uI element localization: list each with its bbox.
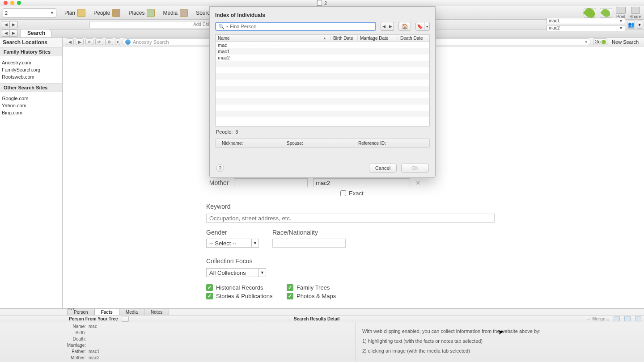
help-button[interactable]: ? [216,164,224,172]
browser-stop-button[interactable]: ✕ [85,38,93,45]
window-title: 2 [317,0,327,6]
col-name[interactable]: Name▲ [216,36,331,41]
checkbox-photos[interactable]: ✓ [287,293,293,299]
keyword-input[interactable] [206,214,495,223]
tab-notes[interactable]: Notes [144,309,169,315]
mother-combo[interactable]: mac2▼ [547,25,625,31]
checkbox-historical-label: Historical Records [216,284,263,291]
panel-drag-handle[interactable]: : : [322,307,328,311]
col-name-label: Name [218,36,230,41]
table-row-empty [216,92,429,98]
share-button[interactable]: Share [629,7,641,19]
table-row[interactable]: mac [216,42,429,48]
race-header: Race/Nationality [272,229,346,236]
merge-button[interactable]: ←Merge... [586,316,609,321]
race-input[interactable] [272,239,346,248]
find-person-search[interactable]: 🔍 ▾ [215,22,376,31]
sync-button[interactable] [600,8,612,18]
col-death-date[interactable]: Death Date [398,36,429,41]
father-combo[interactable]: mac1▼ [547,18,625,24]
dialog-bookmark-menu-button[interactable]: ▾ [424,22,430,31]
bottom-panel: ▾▴▾ : : Person Facts Media Notes Person … [0,308,644,362]
browser-settings-button[interactable]: ⚙ [105,38,113,45]
fact-mother-label: Mother: [66,355,86,362]
table-row-empty [216,86,429,92]
mother-label: Mother [206,179,229,186]
table-row[interactable]: mac2 [216,55,429,61]
table-row[interactable]: mac1 [216,48,429,55]
clear-mother-button[interactable]: ✕ [415,179,421,186]
browser-back-button[interactable]: ◀ [66,38,74,45]
gender-select-value: -- Select -- [209,240,237,247]
mother-first-input[interactable] [234,178,308,187]
fact-name-label: Name: [66,324,86,330]
nav-forward-button[interactable]: ▶ [10,21,18,28]
media-label: Media [163,10,178,16]
sidebar-item-yahoo[interactable]: Yahoo.com [0,102,62,109]
individuals-table: Name▲ Birth Date Marriage Date Death Dat… [215,34,430,126]
mother-exact-checkbox[interactable] [340,190,346,196]
sidebar-item-google[interactable]: Google.com [0,95,62,102]
gender-select[interactable]: -- Select -- ▼ [206,239,259,248]
window-titlebar: 2 [0,0,644,6]
browser-go-button[interactable]: Go [593,38,607,45]
fact-death-label: Death: [66,337,86,343]
checkbox-historical[interactable]: ✓ [206,284,213,291]
tab-search[interactable]: Search [21,29,52,37]
people-count-label: People: [216,129,233,135]
browser-reload-button[interactable]: ⟳ [95,38,103,45]
browser-forward-button[interactable]: ▶ [76,38,84,45]
dialog-next-button[interactable]: ▶ [387,22,394,31]
tab-facts[interactable]: Facts [94,309,119,315]
panel-resize-handle[interactable]: ▾▴▾ [68,307,75,311]
table-row-empty [216,117,429,123]
close-window-icon[interactable] [4,1,8,5]
plan-combo[interactable]: 2 ▼ [3,8,56,17]
tab-prev-button[interactable]: ◀ [2,29,10,37]
dialog-bookmark-button[interactable]: 🔖 [415,22,424,31]
result-action-3-icon[interactable] [635,316,641,321]
pick-person-button[interactable] [122,316,129,322]
print-button[interactable]: Print [616,7,626,19]
media-button[interactable]: Media [163,9,188,17]
col-marriage-date[interactable]: Marriage Date [358,36,398,41]
sidebar-item-so-bing[interactable]: Bing.com [0,109,62,116]
people-button[interactable]: People [93,9,120,17]
zoom-window-icon[interactable] [17,1,21,5]
people-label: People [93,10,110,16]
collection-focus-select[interactable]: All Collections ▼ [206,268,266,277]
ancestry-hints-button[interactable] [584,8,596,18]
sidebar-item-ancestry[interactable]: Ancestry.com [0,59,62,66]
checkbox-trees[interactable]: ✓ [287,284,293,291]
result-action-1-icon[interactable] [614,316,620,321]
minimize-window-icon[interactable] [10,1,14,5]
gender-header: Gender [206,229,259,236]
nav-back-button[interactable]: ◀ [2,21,10,28]
dialog-prev-button[interactable]: ◀ [381,22,387,31]
result-action-2-icon[interactable] [624,316,631,321]
plan-button[interactable]: Plan [64,9,85,17]
find-person-input[interactable] [230,24,373,29]
table-row-empty [216,73,429,80]
add-parent-button[interactable]: 👥 [627,21,635,29]
checkbox-stories[interactable]: ✓ [206,293,213,299]
add-parent-menu-button[interactable]: ▾ [637,21,642,29]
places-button[interactable]: Places [128,9,155,17]
collection-focus-header: Collection Focus [206,257,421,265]
new-search-button[interactable]: New Search [609,39,641,45]
cancel-button[interactable]: Cancel [369,164,397,173]
chevron-down-icon: ▼ [584,40,588,44]
tab-media-bottom[interactable]: Media [119,309,144,315]
ok-button[interactable]: OK [401,164,429,173]
dialog-home-button[interactable]: 🏠 [398,22,411,31]
plan-combo-value: 2 [5,10,8,16]
tab-search-label: Search [27,30,45,36]
tab-next-button[interactable]: ▶ [10,29,18,37]
sidebar-item-familysearch[interactable]: FamilySearch.org [0,66,62,73]
keyword-header: Keyword [206,203,421,210]
sidebar-item-rootsweb[interactable]: Rootsweb.com [0,73,62,80]
col-birth-date[interactable]: Birth Date [331,36,358,41]
father-combo-value: mac1 [549,18,559,23]
mother-last-input[interactable]: mac2 [313,178,410,187]
browser-settings-menu-button[interactable]: ▾ [115,38,120,45]
